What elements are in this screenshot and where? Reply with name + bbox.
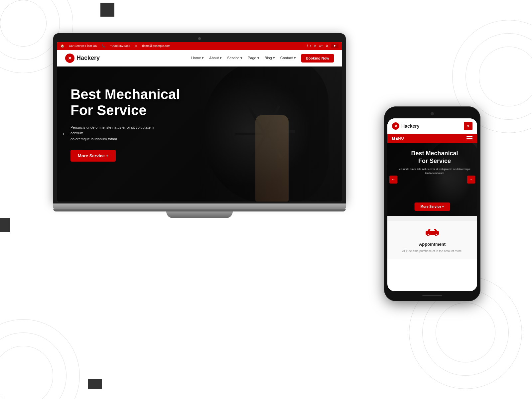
laptop-logo: ✕ Hackery — [65, 54, 100, 63]
phone-hero-prev-arrow[interactable]: ← — [389, 176, 397, 184]
decor-square-1 — [100, 3, 114, 17]
phone-hero: ← → Best Mechanical For Service icis und… — [387, 143, 477, 216]
laptop-topbar-right: f t in G+ ⚙ ▼ — [307, 44, 338, 48]
laptop-address: Car Service Floor UK — [69, 44, 97, 48]
nav-item-blog[interactable]: Blog ▾ — [265, 56, 275, 60]
phone-menu-bar: MENU — [387, 134, 477, 143]
phone-hero-cta-wrapper: More Service + — [415, 202, 450, 211]
hamburger-menu-button[interactable] — [466, 136, 472, 140]
hero-title-line1: Best Mechanical — [70, 86, 180, 102]
nav-item-page[interactable]: Page ▾ — [248, 56, 259, 60]
phone-appointment-title: Appointment — [419, 242, 446, 247]
decor-ring-br-3 — [436, 303, 495, 362]
hero-description: Perspicis unde omne iste natus error sit… — [70, 125, 164, 142]
laptop-topbar: 🏠 Car Service Floor UK 📞 +99855672342 ✉ … — [57, 42, 342, 50]
decor-square-2 — [0, 218, 10, 232]
decor-square-4 — [88, 379, 102, 389]
phone-hero-next-arrow[interactable]: → — [467, 176, 475, 184]
laptop-nav: ✕ Hackery Home ▾ About ▾ Service ▾ Page … — [57, 50, 342, 66]
phone-section-divider — [387, 216, 477, 221]
phone-menu-label: MENU — [392, 136, 404, 140]
phone-appointment-section: Appointment All One-time purchase of in … — [387, 221, 477, 259]
phone-nav: ✕ Hackery ▼ — [387, 118, 477, 134]
facebook-icon: f — [307, 44, 308, 48]
address-icon: 🏠 — [61, 44, 64, 48]
laptop-hinge — [53, 209, 346, 211]
phone-icon: 📞 — [102, 44, 105, 48]
phone-hero-cta-button[interactable]: More Service + — [415, 202, 450, 211]
laptop-hero-cta-button[interactable]: More Service + — [70, 150, 116, 162]
phone-hero-title: Best Mechanical For Service — [392, 150, 477, 165]
nav-item-service[interactable]: Service ▾ — [227, 56, 242, 60]
nav-item-about[interactable]: About ▾ — [209, 56, 222, 60]
phone-logo-text: Hackery — [401, 123, 420, 129]
laptop-phone: +99855672342 — [110, 44, 130, 48]
laptop-nav-menu: Home ▾ About ▾ Service ▾ Page ▾ Blog ▾ C… — [191, 54, 334, 63]
phone-hero-description: icis unde omne iste natus error sit volu… — [392, 167, 477, 175]
hero-title-line2: For Service — [70, 102, 147, 118]
phone-hero-title-line2: For Service — [418, 158, 451, 164]
phone-nav-dropdown-btn[interactable]: ▼ — [464, 122, 472, 130]
email-icon: ✉ — [135, 44, 137, 48]
laptop-screen: 🏠 Car Service Floor UK 📞 +99855672342 ✉ … — [57, 42, 342, 201]
nav-item-contact[interactable]: Contact ▾ — [280, 56, 296, 60]
decor-ring-tl-3 — [0, 0, 47, 47]
phone-notch — [419, 111, 446, 116]
phone-screen: ✕ Hackery ▼ MENU ← → — [387, 118, 477, 291]
phone-hero-title-line1: Best Mechanical — [411, 150, 458, 157]
laptop-hero: ← Best Mechanical For Service Perspicis … — [57, 66, 342, 201]
googleplus-icon: G+ — [319, 44, 323, 48]
laptop-booking-button[interactable]: Booking Now — [301, 54, 334, 63]
laptop-camera — [198, 37, 201, 40]
car-icon — [426, 227, 439, 239]
phone-hero-content: Best Mechanical For Service icis unde om… — [392, 150, 477, 175]
laptop-logo-text: Hackery — [76, 55, 100, 62]
hero-title: Best Mechanical For Service — [70, 86, 342, 119]
phone-logo: ✕ Hackery — [392, 122, 420, 130]
laptop-email: demo@example.com — [142, 44, 170, 48]
laptop-logo-icon: ✕ — [65, 54, 74, 63]
twitter-icon: t — [310, 44, 311, 48]
laptop-base — [53, 203, 346, 209]
laptop-hero-content: Best Mechanical For Service Perspicis un… — [70, 86, 342, 162]
phone-mockup: ✕ Hackery ▼ MENU ← → — [384, 106, 480, 301]
laptop-screen-outer: 🏠 Car Service Floor UK 📞 +99855672342 ✉ … — [53, 33, 346, 203]
nav-item-home[interactable]: Home ▾ — [191, 56, 204, 60]
instagram-icon: in — [314, 44, 316, 48]
phone-home-indicator — [387, 295, 477, 297]
phone-appointment-description: All One-time purchase of in the amount m… — [402, 249, 463, 253]
topbar-dropdown-btn[interactable]: ▼ — [331, 44, 338, 48]
hamburger-line-1 — [466, 136, 472, 137]
hamburger-line-2 — [466, 138, 472, 139]
hero-prev-arrow[interactable]: ← — [61, 130, 68, 138]
laptop-mockup: 🏠 Car Service Floor UK 📞 +99855672342 ✉ … — [53, 33, 346, 218]
hamburger-line-3 — [466, 140, 472, 140]
settings-icon: ⚙ — [326, 44, 328, 48]
laptop-topbar-left: 🏠 Car Service Floor UK 📞 +99855672342 ✉ … — [61, 44, 171, 48]
laptop-stand — [166, 211, 233, 218]
phone-home-bar — [422, 295, 442, 296]
phone-logo-icon: ✕ — [392, 122, 399, 130]
dropdown-icon: ▼ — [466, 124, 470, 128]
